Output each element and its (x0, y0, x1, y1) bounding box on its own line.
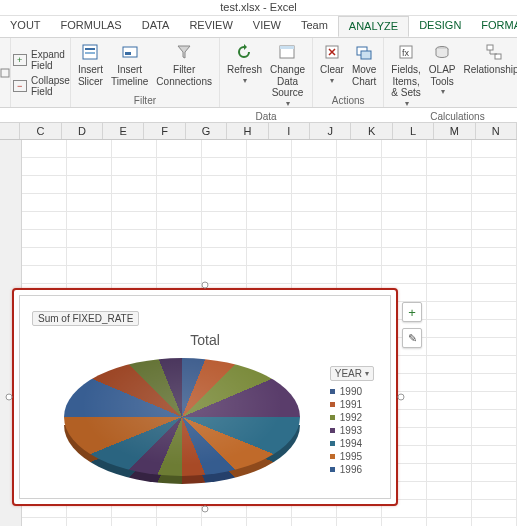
tab-analyze[interactable]: ANALYZE (338, 16, 409, 37)
timeline-icon (120, 42, 140, 62)
svg-text:fx: fx (402, 48, 410, 58)
plus-icon: + (408, 305, 416, 320)
filter-connections-button[interactable]: Filter Connections (152, 40, 216, 94)
change-data-source-button[interactable]: Change Data Source (266, 40, 309, 110)
svg-rect-4 (85, 48, 95, 50)
olap-icon (432, 42, 452, 62)
chart-elements-button[interactable]: + (402, 302, 422, 322)
tab-layout[interactable]: YOUT (0, 16, 51, 37)
collapse-icon: − (13, 80, 27, 92)
col-header[interactable]: I (269, 123, 310, 139)
insert-timeline-label: Insert Timeline (111, 64, 148, 87)
col-header[interactable]: H (227, 123, 268, 139)
chart-plot-area[interactable]: Sum of FIXED_RATE Total YEAR 1990 1991 1… (19, 295, 391, 499)
svg-text:−: − (17, 81, 22, 91)
tab-team[interactable]: Team (291, 16, 338, 37)
relationships-button[interactable]: Relationships (460, 40, 518, 110)
tab-formulas[interactable]: FORMULAS (51, 16, 132, 37)
tab-review[interactable]: REVIEW (179, 16, 242, 37)
legend-label: 1992 (340, 412, 362, 423)
legend-label: 1994 (340, 438, 362, 449)
actions-group-label: Actions (316, 94, 380, 107)
svg-rect-5 (85, 52, 95, 54)
legend-item[interactable]: 1995 (330, 450, 374, 463)
relationships-label: Relationships (464, 64, 518, 76)
resize-handle[interactable] (202, 506, 209, 513)
col-header[interactable]: L (393, 123, 434, 139)
ribbon-left-edge (0, 38, 11, 107)
svg-rect-7 (125, 52, 131, 55)
legend-item[interactable]: 1996 (330, 463, 374, 476)
insert-slicer-button[interactable]: Insert Slicer (74, 40, 107, 94)
legend-swatch (330, 467, 335, 472)
col-header[interactable]: C (20, 123, 61, 139)
legend-item[interactable]: 1991 (330, 398, 374, 411)
pivot-chart[interactable]: Sum of FIXED_RATE Total YEAR 1990 1991 1… (12, 288, 398, 506)
col-header[interactable]: F (144, 123, 185, 139)
data-source-icon (277, 42, 297, 62)
ribbon: + Expand Field − Collapse Field Insert S… (0, 38, 517, 108)
col-header[interactable]: M (434, 123, 475, 139)
select-all-corner[interactable] (0, 123, 20, 139)
col-header[interactable]: J (310, 123, 351, 139)
clear-button[interactable]: Clear (316, 40, 348, 94)
slicer-icon (80, 42, 100, 62)
chart-styles-button[interactable]: ✎ (402, 328, 422, 348)
olap-tools-button[interactable]: OLAP Tools (425, 40, 460, 110)
legend-swatch (330, 415, 335, 420)
resize-handle[interactable] (398, 394, 405, 401)
insert-timeline-button[interactable]: Insert Timeline (107, 40, 152, 94)
chart-legend[interactable]: YEAR 1990 1991 1992 1993 1994 1995 1996 (330, 366, 374, 476)
data-group-label: Data (223, 110, 309, 123)
olap-tools-label: OLAP Tools (429, 64, 456, 87)
tab-data[interactable]: DATA (132, 16, 180, 37)
chart-title[interactable]: Total (20, 332, 390, 348)
ribbon-tabs: YOUT FORMULAS DATA REVIEW VIEW Team ANAL… (0, 16, 517, 38)
legend-field-button[interactable]: YEAR (330, 366, 374, 381)
collapse-field-button[interactable]: − Collapse Field (13, 73, 70, 99)
col-header[interactable]: G (186, 123, 227, 139)
tab-view[interactable]: VIEW (243, 16, 291, 37)
pie-chart[interactable] (64, 358, 300, 478)
col-header[interactable]: D (62, 123, 103, 139)
expand-field-button[interactable]: + Expand Field (13, 47, 70, 73)
legend-item[interactable]: 1993 (330, 424, 374, 437)
legend-item[interactable]: 1992 (330, 411, 374, 424)
col-header[interactable]: E (103, 123, 144, 139)
col-header[interactable]: K (351, 123, 392, 139)
svg-rect-12 (361, 51, 371, 59)
svg-rect-17 (495, 54, 501, 59)
tab-design[interactable]: DESIGN (409, 16, 471, 37)
legend-item[interactable]: 1990 (330, 385, 374, 398)
svg-rect-0 (1, 69, 9, 77)
legend-label: 1991 (340, 399, 362, 410)
refresh-icon (234, 42, 254, 62)
move-chart-label: Move Chart (352, 64, 376, 87)
brush-icon: ✎ (408, 332, 417, 345)
fields-items-sets-label: Fields, Items, & Sets (391, 64, 420, 99)
legend-label: 1995 (340, 451, 362, 462)
svg-text:+: + (17, 55, 22, 65)
fields-icon: fx (396, 42, 416, 62)
fields-items-sets-button[interactable]: fx Fields, Items, & Sets (387, 40, 424, 110)
legend-label: 1996 (340, 464, 362, 475)
legend-item[interactable]: 1994 (330, 437, 374, 450)
col-header[interactable]: N (476, 123, 517, 139)
clear-icon (322, 42, 342, 62)
app-title: test.xlsx - Excel (220, 1, 296, 13)
worksheet-grid[interactable]: Sum of FIXED_RATE Total YEAR 1990 1991 1… (0, 140, 517, 526)
chart-field-button[interactable]: Sum of FIXED_RATE (32, 311, 139, 326)
legend-swatch (330, 402, 335, 407)
drilldown-icon (0, 68, 10, 78)
resize-handle[interactable] (202, 282, 209, 289)
move-chart-button[interactable]: Move Chart (348, 40, 380, 94)
calculations-group-label: Calculations (387, 110, 517, 123)
filter-connections-icon (174, 42, 194, 62)
refresh-button[interactable]: Refresh (223, 40, 266, 110)
legend-label: 1993 (340, 425, 362, 436)
insert-slicer-label: Insert Slicer (78, 64, 103, 87)
tab-format[interactable]: FORMAT (471, 16, 517, 37)
expand-field-label: Expand Field (31, 49, 70, 71)
svg-rect-16 (487, 45, 493, 50)
legend-swatch (330, 441, 335, 446)
